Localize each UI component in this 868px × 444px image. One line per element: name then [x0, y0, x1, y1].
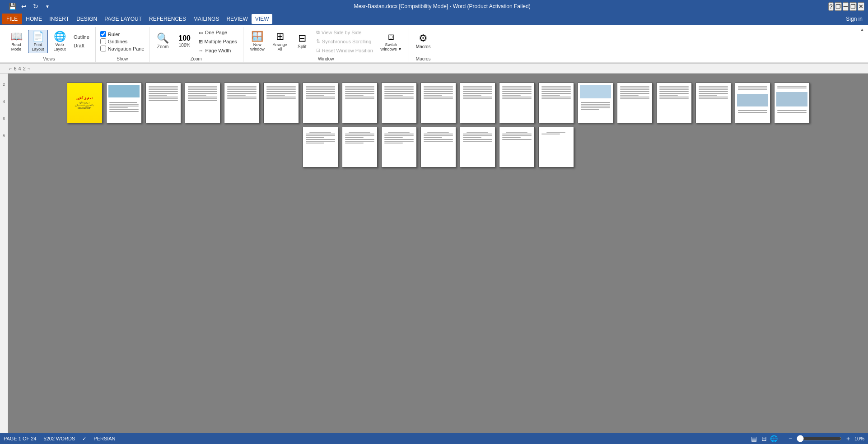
home-menu[interactable]: HOME	[22, 14, 46, 24]
views-group: 📖 ReadMode 📄 PrintLayout 🌐 WebLayout Out…	[3, 27, 96, 62]
page-thumb-7[interactable]	[303, 83, 338, 123]
page-thumb-5[interactable]	[224, 83, 260, 123]
page-thumb-11[interactable]	[460, 83, 495, 123]
print-layout-button[interactable]: 📄 PrintLayout	[28, 30, 48, 53]
page-thumb-16[interactable]	[656, 83, 692, 123]
one-page-button[interactable]: ▭ One Page	[196, 28, 230, 37]
web-layout-status-button[interactable]: 🌐	[770, 435, 779, 443]
navigation-pane-checkbox[interactable]: Navigation Pane	[99, 45, 145, 52]
words-status[interactable]: 5202 WORDS	[44, 436, 75, 441]
gridlines-label: Gridlines	[108, 39, 127, 44]
page-thumb-8[interactable]	[342, 83, 378, 123]
page-thumb-20[interactable]	[303, 127, 338, 167]
ruler-checkbox-input[interactable]	[100, 31, 106, 37]
ruler-checkbox[interactable]: Ruler	[99, 31, 121, 37]
ruler-num-4: 4	[3, 99, 5, 104]
view-mode-buttons: ▤ ⊟ 🌐	[750, 435, 779, 443]
document-canvas[interactable]: تحقیق آنلاین مرجع دانلودبا کمترین قیمت ب…	[8, 74, 868, 439]
arrange-all-button[interactable]: ⊞ ArrangeAll	[270, 30, 290, 53]
switch-windows-button[interactable]: ⧈ SwitchWindows ▼	[377, 30, 405, 53]
design-menu[interactable]: DESIGN	[73, 14, 101, 24]
page-width-button[interactable]: ↔ Page Width	[196, 46, 233, 55]
ribbon-collapse-button[interactable]: ▲	[860, 27, 864, 32]
zoom-in-button[interactable]: +	[844, 435, 853, 443]
page-row-1: تحقیق آنلاین مرجع دانلودبا کمترین قیمت ب…	[67, 83, 810, 123]
save-button[interactable]: 💾	[7, 1, 17, 11]
first-page-content: تحقیق آنلاین مرجع دانلودبا کمترین قیمت ب…	[67, 83, 102, 123]
page-thumb-14[interactable]	[578, 83, 613, 123]
view-side-by-side-button[interactable]: ⧉ View Side by Side	[314, 28, 364, 37]
insert-menu[interactable]: INSERT	[46, 14, 73, 24]
macros-group-content: ⚙ Macros	[413, 28, 434, 55]
page-thumb-22[interactable]	[381, 127, 417, 167]
draft-button[interactable]: Draft	[71, 42, 87, 50]
mailings-menu[interactable]: MAILINGS	[190, 14, 223, 24]
ruler-num-6: 6	[3, 116, 5, 121]
review-menu[interactable]: REVIEW	[223, 14, 251, 24]
multiple-pages-icon: ⊞	[199, 39, 203, 45]
gridlines-checkbox[interactable]: Gridlines	[99, 38, 128, 45]
references-menu[interactable]: REFERENCES	[145, 14, 190, 24]
ruler-num-8: 8	[3, 134, 5, 138]
page-thumb-2[interactable]	[106, 83, 142, 123]
page-thumb-17[interactable]	[695, 83, 731, 123]
zoom-100-button[interactable]: 100 100%	[175, 30, 195, 53]
undo-button[interactable]: ↩	[19, 1, 29, 11]
zoom-slider[interactable]	[797, 435, 842, 442]
page-thumb-3[interactable]	[145, 83, 181, 123]
maximize-button[interactable]: ❐	[849, 2, 857, 11]
zoom-button[interactable]: 🔍 Zoom	[153, 30, 173, 53]
gridlines-checkbox-input[interactable]	[100, 38, 106, 44]
page-thumb-24[interactable]	[460, 127, 495, 167]
page-thumb-15[interactable]	[617, 83, 653, 123]
navigation-pane-checkbox-input[interactable]	[100, 46, 106, 51]
proofing-icon[interactable]: ✓	[82, 436, 86, 442]
outline-button[interactable]: Outline	[71, 33, 92, 41]
page-thumb-4[interactable]	[185, 83, 220, 123]
redo-button[interactable]: ↻	[31, 1, 41, 11]
page-thumb-13[interactable]	[538, 83, 574, 123]
close-button[interactable]: ✕	[858, 2, 864, 11]
arrange-all-icon: ⊞	[276, 32, 284, 42]
macros-button[interactable]: ⚙ Macros	[413, 30, 434, 53]
web-layout-button[interactable]: 🌐 WebLayout	[50, 30, 70, 53]
language-status[interactable]: PERSIAN	[93, 436, 115, 441]
print-layout-status-button[interactable]: ▤	[750, 435, 759, 443]
new-window-button[interactable]: 🪟 NewWindow	[247, 30, 268, 53]
customize-quick-access-button[interactable]: ▼	[42, 1, 52, 11]
synchronous-scrolling-button[interactable]: ⇅ Synchronous Scrolling	[314, 37, 373, 46]
page-thumb-1[interactable]: تحقیق آنلاین مرجع دانلودبا کمترین قیمت ب…	[67, 83, 103, 123]
ruler-value-2: 4	[19, 66, 21, 71]
multiple-pages-button[interactable]: ⊞ Multiple Pages	[196, 37, 239, 46]
page-thumb-26[interactable]	[538, 127, 574, 167]
view-menu[interactable]: VIEW	[252, 14, 273, 24]
outline-draft-col: Outline Draft	[71, 33, 92, 50]
window-title: Mesr-Bastan.docx [Compatibility Mode] - …	[56, 3, 828, 9]
show-group-content: Ruler Gridlines Navigation Pane	[99, 28, 145, 55]
page-thumb-18[interactable]	[735, 83, 770, 123]
page-thumb-25[interactable]	[499, 127, 535, 167]
page-thumb-23[interactable]	[420, 127, 456, 167]
help-button[interactable]: ?	[828, 2, 833, 11]
split-button[interactable]: ⊟ Split	[292, 30, 312, 53]
page-thumb-10[interactable]	[420, 83, 456, 123]
file-menu[interactable]: FILE	[2, 14, 22, 24]
navigation-pane-label: Navigation Pane	[108, 46, 145, 51]
restore-button[interactable]: ❐	[835, 2, 842, 11]
sign-in-button[interactable]: Sign in	[842, 14, 866, 24]
page-thumb-9[interactable]	[381, 83, 417, 123]
reset-window-position-button[interactable]: ⊡ Reset Window Position	[314, 46, 375, 55]
read-mode-status-button[interactable]: ⊟	[760, 435, 769, 443]
minimize-button[interactable]: ─	[843, 2, 849, 11]
zoom-out-button[interactable]: −	[786, 435, 795, 443]
synchronous-scrolling-icon: ⇅	[316, 38, 320, 44]
title-bar: 💾 ↩ ↻ ▼ Mesr-Bastan.docx [Compatibility …	[0, 0, 868, 13]
read-mode-button[interactable]: 📖 ReadMode	[6, 30, 26, 53]
page-layout-menu[interactable]: PAGE LAYOUT	[101, 14, 145, 24]
page-thumb-19[interactable]	[774, 83, 810, 123]
page-thumb-21[interactable]	[342, 127, 378, 167]
ribbon-content: 📖 ReadMode 📄 PrintLayout 🌐 WebLayout Out…	[0, 25, 868, 63]
page-thumb-12[interactable]	[499, 83, 535, 123]
page-status[interactable]: PAGE 1 OF 24	[4, 436, 37, 441]
page-thumb-6[interactable]	[263, 83, 299, 123]
